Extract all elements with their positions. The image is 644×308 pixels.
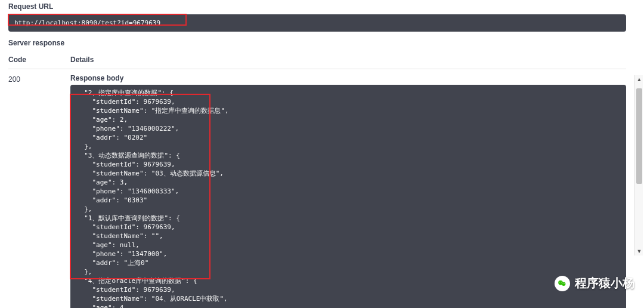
code-column-header: Code	[8, 56, 70, 64]
response-body-content[interactable]: "2、指定库中查询的数据": { "studentId": 9679639, "…	[70, 85, 626, 308]
scroll-up-icon[interactable]: ▲	[635, 75, 643, 84]
response-header-row: Code Details	[8, 56, 626, 69]
request-url-label: Request URL	[8, 2, 624, 11]
scroll-down-icon[interactable]: ▼	[635, 247, 643, 255]
details-column-header: Details	[70, 56, 626, 64]
response-body-label: Response body	[70, 74, 626, 82]
response-body-text: "2、指定库中查询的数据": { "studentId": 9679639, "…	[76, 89, 229, 308]
status-code: 200	[8, 74, 70, 308]
vertical-scrollbar[interactable]: ▲ ▼	[634, 75, 644, 255]
scroll-thumb[interactable]	[636, 88, 642, 184]
server-response-label: Server response	[8, 39, 624, 47]
request-url-value: http://localhost:8090/test?id=9679639	[8, 14, 626, 32]
